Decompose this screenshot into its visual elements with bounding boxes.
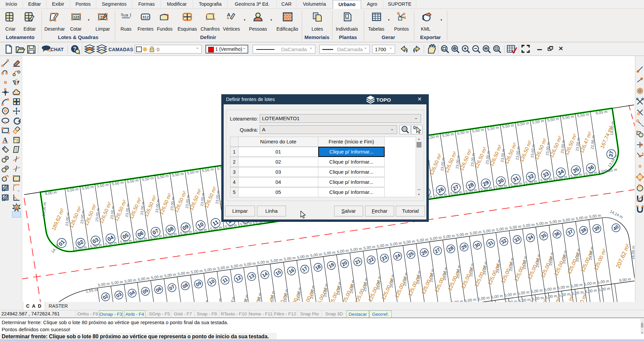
svg-text:37: 37 bbox=[608, 150, 614, 158]
svg-text:123: 123 bbox=[73, 15, 79, 19]
svg-text:Rua 1: Rua 1 bbox=[121, 12, 131, 18]
svg-text:16,00 m: 16,00 m bbox=[631, 246, 635, 260]
svg-text:A: A bbox=[227, 12, 231, 18]
svg-text:312: 312 bbox=[142, 15, 149, 19]
svg-text:TOPO: TOPO bbox=[376, 97, 391, 103]
svg-text:A: A bbox=[3, 136, 8, 144]
